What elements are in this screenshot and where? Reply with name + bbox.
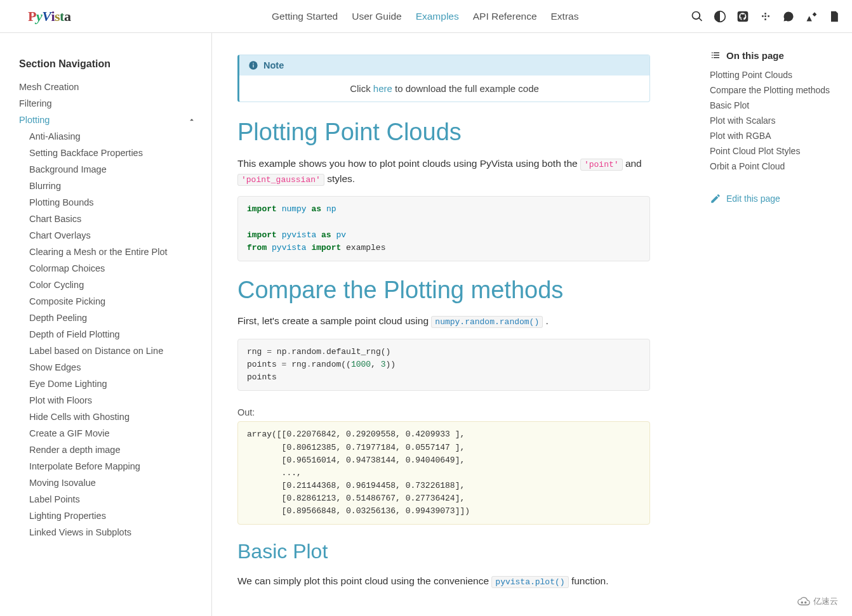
nav-item-extras[interactable]: Extras: [551, 11, 579, 22]
nav-item-getting-started[interactable]: Getting Started: [272, 11, 338, 22]
sidebar-item[interactable]: Eye Dome Lighting: [19, 376, 200, 392]
sidebar-item[interactable]: Interpolate Before Mapping: [19, 458, 200, 475]
toc-item[interactable]: Point Cloud Plot Styles: [710, 143, 841, 159]
sidebar-item[interactable]: Render a depth image: [19, 442, 200, 458]
logo[interactable]: PyVista: [28, 8, 70, 25]
sidebar-item[interactable]: Label Points: [19, 491, 200, 508]
note-body: Click here to download the full example …: [239, 75, 649, 102]
note-title-text: Note: [263, 60, 284, 70]
discourse-icon[interactable]: [782, 10, 795, 23]
info-icon: [248, 60, 258, 70]
svg-rect-5: [253, 63, 253, 63]
sidebar-item[interactable]: Clearing a Mesh or the Entire Plot: [19, 244, 200, 260]
layout: Section Navigation Mesh CreationFilterin…: [0, 33, 852, 616]
main: Note Click here to download the full exa…: [212, 33, 698, 616]
toc-item[interactable]: Plot with Scalars: [710, 113, 841, 128]
svg-rect-1: [738, 11, 749, 22]
support-icon[interactable]: [805, 10, 818, 23]
sidebar-item[interactable]: Chart Overlays: [19, 227, 200, 244]
heading-plotting-point-clouds: Plotting Point Clouds: [237, 119, 650, 146]
sidebar-item[interactable]: Anti-Aliasing: [19, 128, 200, 145]
toc-item[interactable]: Compare the Plotting methods: [710, 82, 841, 98]
sidebar-item[interactable]: Linked Views in Subplots: [19, 524, 200, 541]
toolbar-icons: [691, 10, 841, 23]
sidebar-item[interactable]: Lighting Properties: [19, 508, 200, 524]
sidebar-item[interactable]: Show Edges: [19, 359, 200, 376]
sidebar-item[interactable]: Filtering: [19, 95, 200, 112]
topbar: PyVista Getting Started User Guide Examp…: [0, 0, 852, 33]
toc-item[interactable]: Plotting Point Clouds: [710, 67, 841, 82]
sidebar-title: Section Navigation: [19, 58, 200, 70]
basic-plot-paragraph: We can simply plot this point cloud usin…: [237, 573, 650, 589]
code-block-imports: import numpy as np import pyvista as pv …: [237, 196, 650, 261]
sidebar-item[interactable]: Depth Peeling: [19, 310, 200, 326]
sidebar-item-label: Plotting: [19, 115, 50, 125]
pencil-icon: [710, 193, 721, 204]
sidebar-item[interactable]: Chart Basics: [19, 211, 200, 227]
content: Note Click here to download the full exa…: [237, 55, 650, 589]
sidebar: Section Navigation Mesh CreationFilterin…: [0, 33, 212, 616]
note-download-link[interactable]: here: [373, 83, 392, 94]
toc-item[interactable]: Plot with RGBA: [710, 128, 841, 143]
watermark: 亿速云: [797, 594, 838, 608]
cloud-icon: [797, 594, 811, 608]
svg-point-6: [801, 602, 802, 603]
inline-code-point: 'point': [580, 159, 623, 171]
sidebar-item[interactable]: Color Cycling: [19, 277, 200, 293]
nav-item-api-reference[interactable]: API Reference: [473, 11, 537, 22]
toc-title: On this page: [710, 49, 841, 61]
heading-compare-methods: Compare the Plotting methods: [237, 277, 650, 304]
sidebar-item[interactable]: Create a GIF Movie: [19, 425, 200, 442]
sidebar-item[interactable]: Blurring: [19, 178, 200, 194]
svg-rect-4: [253, 65, 253, 68]
slack-icon[interactable]: [759, 10, 772, 23]
output-block: array([[0.22076842, 0.29209558, 0.420993…: [237, 421, 650, 525]
search-icon[interactable]: [691, 10, 703, 23]
sidebar-item[interactable]: Hide Cells with Ghosting: [19, 409, 200, 425]
sidebar-item[interactable]: Depth of Field Plotting: [19, 326, 200, 343]
sidebar-item[interactable]: Setting Backface Properties: [19, 145, 200, 161]
svg-point-7: [805, 602, 806, 603]
code-block-points: rng = np.random.default_rng() points = r…: [237, 339, 650, 391]
sidebar-item[interactable]: Background Image: [19, 161, 200, 178]
nav-item-examples[interactable]: Examples: [416, 11, 459, 22]
theme-icon[interactable]: [714, 10, 726, 23]
inline-code-numpy-random: numpy.random.random(): [431, 316, 543, 328]
toc-item[interactable]: Orbit a Point Cloud: [710, 159, 841, 174]
inline-code-point-gaussian: 'point_gaussian': [237, 174, 324, 186]
compare-paragraph: First, let's create a sample point cloud…: [237, 313, 650, 329]
note-admonition: Note Click here to download the full exa…: [237, 55, 650, 102]
inline-code-pyvista-plot: pyvista.plot(): [491, 576, 568, 588]
intro-paragraph: This example shows you how to plot point…: [237, 156, 650, 187]
sidebar-item[interactable]: Plot with Floors: [19, 392, 200, 409]
output-label: Out:: [237, 407, 650, 417]
nav-item-user-guide[interactable]: User Guide: [352, 11, 401, 22]
list-icon: [710, 49, 721, 61]
sidebar-item[interactable]: Plotting Bounds: [19, 194, 200, 211]
toc-item[interactable]: Basic Plot: [710, 98, 841, 113]
docs-icon[interactable]: [828, 10, 841, 23]
sidebar-item[interactable]: Moving Isovalue: [19, 475, 200, 491]
sidebar-item[interactable]: Label based on Distance on Line: [19, 343, 200, 359]
toc-list: Plotting Point CloudsCompare the Plottin…: [710, 67, 841, 174]
chevron-up-icon: [187, 115, 196, 124]
note-title-bar: Note: [239, 55, 649, 75]
sidebar-item[interactable]: Plotting: [19, 112, 200, 128]
heading-basic-plot: Basic Plot: [237, 540, 650, 563]
sidebar-item[interactable]: Mesh Creation: [19, 79, 200, 95]
right-toc: On this page Plotting Point CloudsCompar…: [698, 33, 852, 616]
svg-rect-2: [764, 15, 766, 17]
top-nav: Getting Started User Guide Examples API …: [175, 11, 676, 22]
sidebar-item[interactable]: Colormap Choices: [19, 260, 200, 277]
sidebar-item[interactable]: Composite Picking: [19, 293, 200, 310]
edit-page-link[interactable]: Edit this page: [710, 193, 841, 204]
github-icon[interactable]: [736, 10, 749, 23]
sidebar-list: Mesh CreationFilteringPlottingAnti-Alias…: [19, 79, 200, 541]
